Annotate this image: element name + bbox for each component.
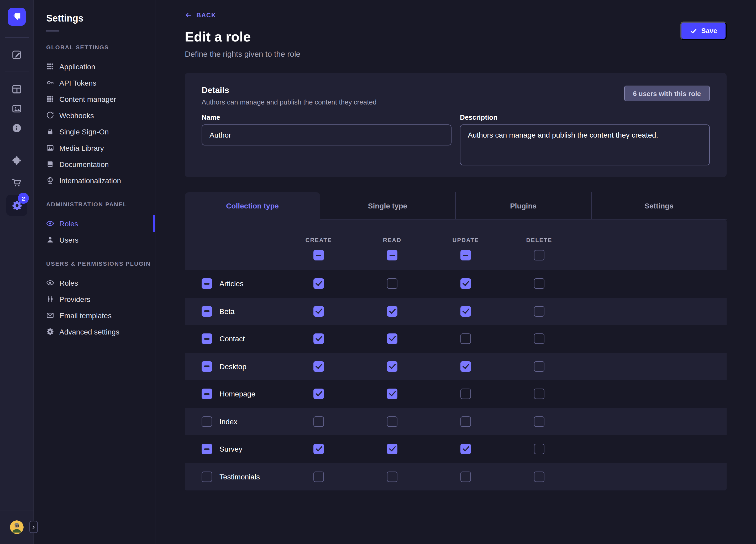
testimonials-read-checkbox[interactable] — [387, 472, 397, 482]
select-all-read-checkbox[interactable] — [387, 250, 397, 260]
tab-single-type[interactable]: Single type — [320, 192, 455, 219]
tab-collection-type[interactable]: Collection type — [185, 192, 320, 219]
index-create-checkbox[interactable] — [313, 416, 324, 427]
index-update-checkbox[interactable] — [460, 416, 471, 427]
articles-update-checkbox[interactable] — [460, 279, 471, 289]
desktop-update-checkbox[interactable] — [460, 361, 471, 372]
contact-read-checkbox[interactable] — [387, 334, 397, 344]
testimonials-delete-checkbox[interactable] — [534, 472, 544, 482]
articles-row-checkbox[interactable] — [202, 279, 212, 289]
users-with-role-badge[interactable]: 6 users with this role — [624, 86, 710, 101]
tab-settings[interactable]: Settings — [591, 192, 727, 219]
back-link[interactable]: BACK — [185, 12, 216, 19]
articles-create-checkbox[interactable] — [313, 279, 324, 289]
index-row-checkbox[interactable] — [202, 416, 212, 427]
survey-row-checkbox[interactable] — [202, 444, 212, 454]
select-all-delete-checkbox[interactable] — [534, 250, 544, 260]
homepage-read-checkbox[interactable] — [387, 389, 397, 399]
sidebar-item-internationalization[interactable]: Internationalization — [34, 172, 155, 189]
row-label: Homepage — [219, 390, 255, 398]
contact-row-checkbox[interactable] — [202, 334, 212, 344]
pencil-nav-button[interactable] — [8, 46, 25, 63]
contact-delete-checkbox[interactable] — [534, 334, 544, 344]
row-label: Desktop — [219, 362, 246, 371]
cell-beta-delete — [502, 306, 576, 317]
cell-survey-delete — [502, 444, 576, 454]
articles-read-checkbox[interactable] — [387, 279, 397, 289]
expand-sidebar-button[interactable] — [29, 521, 38, 533]
sidebar-item-users[interactable]: Users — [34, 232, 155, 248]
beta-update-checkbox[interactable] — [460, 306, 471, 317]
sidebar-item-providers[interactable]: Providers — [34, 291, 155, 307]
row-head: Articles — [185, 279, 282, 289]
beta-delete-checkbox[interactable] — [534, 306, 544, 317]
cell-desktop-create — [282, 361, 355, 372]
index-read-checkbox[interactable] — [387, 416, 397, 427]
user-avatar[interactable] — [10, 520, 24, 534]
cell-testimonials-delete — [502, 472, 576, 482]
homepage-update-checkbox[interactable] — [460, 389, 471, 399]
beta-read-checkbox[interactable] — [387, 306, 397, 317]
strapi-admin-app: 2 Settings GLOBAL SETTINGSApplicationAPI… — [0, 0, 756, 544]
sidebar-item-content-manager[interactable]: Content manager — [34, 91, 155, 107]
rail-footer-divider — [0, 510, 34, 510]
cart-nav-button[interactable] — [8, 174, 25, 191]
row-head: Index — [185, 416, 282, 427]
testimonials-create-checkbox[interactable] — [313, 472, 324, 482]
sidebar-item-media-library[interactable]: Media Library — [34, 140, 155, 156]
select-all-create-checkbox[interactable] — [313, 250, 324, 260]
name-input[interactable] — [202, 124, 451, 145]
sidebar-item-email-templates[interactable]: Email templates — [34, 307, 155, 323]
cell-index-delete — [502, 416, 576, 427]
tab-plugins[interactable]: Plugins — [455, 192, 591, 219]
puzzle-nav-button[interactable] — [8, 152, 25, 169]
desktop-row-checkbox[interactable] — [202, 361, 212, 372]
chevron-right-icon — [31, 524, 36, 530]
key-icon — [46, 79, 54, 87]
articles-delete-checkbox[interactable] — [534, 279, 544, 289]
media-icon — [46, 144, 54, 152]
survey-read-checkbox[interactable] — [387, 444, 397, 454]
contact-create-checkbox[interactable] — [313, 334, 324, 344]
permissions-header: CREATEREADUPDATEDELETE — [185, 219, 727, 270]
sidebar-item-api-tokens[interactable]: API Tokens — [34, 75, 155, 91]
homepage-row-checkbox[interactable] — [202, 389, 212, 399]
sidebar-item-webhooks[interactable]: Webhooks — [34, 107, 155, 123]
survey-update-checkbox[interactable] — [460, 444, 471, 454]
desktop-create-checkbox[interactable] — [313, 361, 324, 372]
sidebar-item-roles[interactable]: Roles — [34, 275, 155, 291]
survey-delete-checkbox[interactable] — [534, 444, 544, 454]
select-all-update-checkbox[interactable] — [460, 250, 471, 260]
info-nav-button[interactable] — [8, 120, 25, 137]
sidebar-item-roles[interactable]: Roles — [34, 215, 155, 232]
cell-homepage-delete — [502, 389, 576, 399]
save-button[interactable]: Save — [680, 22, 727, 40]
homepage-create-checkbox[interactable] — [313, 389, 324, 399]
layout-nav-button[interactable] — [8, 81, 25, 98]
desktop-delete-checkbox[interactable] — [534, 361, 544, 372]
page-subtitle: Define the rights given to the role — [185, 49, 727, 58]
desktop-read-checkbox[interactable] — [387, 361, 397, 372]
beta-row-checkbox[interactable] — [202, 306, 212, 317]
media-nav-button[interactable] — [8, 100, 25, 117]
puzzle-icon — [12, 155, 22, 166]
testimonials-row-checkbox[interactable] — [202, 472, 212, 482]
cell-desktop-update — [429, 361, 502, 372]
column-label: DELETE — [526, 237, 552, 243]
row-head: Survey — [185, 444, 282, 454]
sidebar-item-documentation[interactable]: Documentation — [34, 156, 155, 172]
sidebar-item-single-sign-on[interactable]: Single Sign-On — [34, 123, 155, 140]
cell-homepage-create — [282, 389, 355, 399]
sidebar-item-application[interactable]: Application — [34, 58, 155, 75]
index-delete-checkbox[interactable] — [534, 416, 544, 427]
beta-create-checkbox[interactable] — [313, 306, 324, 317]
description-textarea[interactable]: Authors can manage and publish the conte… — [460, 124, 710, 165]
homepage-delete-checkbox[interactable] — [534, 389, 544, 399]
survey-create-checkbox[interactable] — [313, 444, 324, 454]
sidebar-item-advanced-settings[interactable]: Advanced settings — [34, 323, 155, 340]
strapi-logo[interactable] — [8, 8, 26, 26]
contact-update-checkbox[interactable] — [460, 334, 471, 344]
testimonials-update-checkbox[interactable] — [460, 472, 471, 482]
column-label: READ — [383, 237, 401, 243]
permissions-panel: CREATEREADUPDATEDELETE ArticlesBetaConta… — [185, 219, 727, 490]
